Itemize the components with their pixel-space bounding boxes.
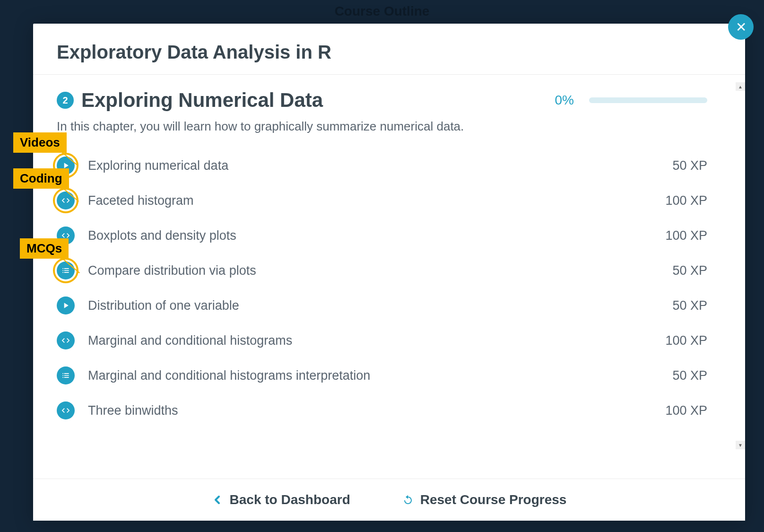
chapter-title: Exploring Numerical Data [81, 89, 547, 112]
exercise-item[interactable]: Three binwidths 100 XP [57, 393, 707, 428]
exercise-title: Marginal and conditional histograms inte… [88, 368, 659, 383]
chapter-percent: 0% [555, 93, 574, 108]
list-icon [57, 366, 75, 384]
exercise-title: Exploring numerical data [88, 158, 659, 173]
exercise-xp: 100 XP [665, 193, 707, 208]
modal-footer: Back to Dashboard Reset Course Progress [33, 479, 745, 521]
chapter-scroll-area[interactable]: 2 Exploring Numerical Data 0% In this ch… [33, 75, 745, 479]
annotation-mcqs: MCQs [20, 238, 69, 259]
annotation-coding: Coding [13, 168, 69, 189]
course-title: Exploratory Data Analysis in R [57, 42, 721, 63]
reset-icon [402, 494, 414, 506]
list-icon [57, 262, 75, 279]
exercise-title: Distribution of one variable [88, 298, 659, 313]
scroll-up-button[interactable]: ▲ [736, 82, 745, 91]
code-icon [57, 192, 75, 209]
close-modal-button[interactable]: ✕ [728, 14, 754, 40]
exercise-xp: 50 XP [672, 158, 707, 173]
exercise-xp: 50 XP [672, 263, 707, 278]
reset-progress-button[interactable]: Reset Course Progress [402, 492, 567, 507]
exercise-item[interactable]: Boxplots and density plots 100 XP [57, 218, 707, 253]
exercise-title: Marginal and conditional histograms [88, 333, 652, 348]
back-to-dashboard-button[interactable]: Back to Dashboard [212, 492, 350, 507]
annotation-videos: Videos [13, 132, 67, 153]
chapter-description: In this chapter, you will learn how to g… [57, 119, 707, 134]
exercise-xp: 100 XP [665, 333, 707, 348]
back-label: Back to Dashboard [230, 492, 350, 507]
exercise-xp: 100 XP [665, 403, 707, 418]
chapter-number-badge: 2 [57, 92, 74, 109]
exercise-xp: 50 XP [672, 368, 707, 383]
exercise-title: Compare distribution via plots [88, 263, 659, 278]
code-icon [57, 331, 75, 349]
play-icon [57, 297, 75, 314]
exercise-item[interactable]: Faceted histogram 100 XP [57, 183, 707, 218]
reset-label: Reset Course Progress [420, 492, 567, 507]
course-outline-modal: Exploratory Data Analysis in R 2 Explori… [33, 24, 745, 521]
exercise-list: Exploring numerical data 50 XP Faceted h… [57, 148, 707, 428]
exercise-title: Three binwidths [88, 403, 652, 418]
exercise-item[interactable]: Marginal and conditional histograms 100 … [57, 323, 707, 358]
chapter-progress-bar [589, 97, 707, 103]
exercise-item[interactable]: Marginal and conditional histograms inte… [57, 358, 707, 393]
modal-header: Exploratory Data Analysis in R [33, 24, 745, 75]
chapter-header: 2 Exploring Numerical Data 0% [57, 89, 707, 112]
background-title: Course Outline [335, 4, 430, 19]
scroll-down-button[interactable]: ▼ [736, 441, 745, 449]
code-icon [57, 401, 75, 419]
exercise-item[interactable]: Distribution of one variable 50 XP [57, 288, 707, 323]
exercise-xp: 100 XP [665, 228, 707, 243]
exercise-title: Boxplots and density plots [88, 228, 652, 243]
chevron-left-icon [212, 494, 223, 506]
exercise-title: Faceted histogram [88, 193, 652, 208]
exercise-xp: 50 XP [672, 298, 707, 313]
exercise-item[interactable]: Compare distribution via plots 50 XP [57, 253, 707, 288]
exercise-item[interactable]: Exploring numerical data 50 XP [57, 148, 707, 183]
